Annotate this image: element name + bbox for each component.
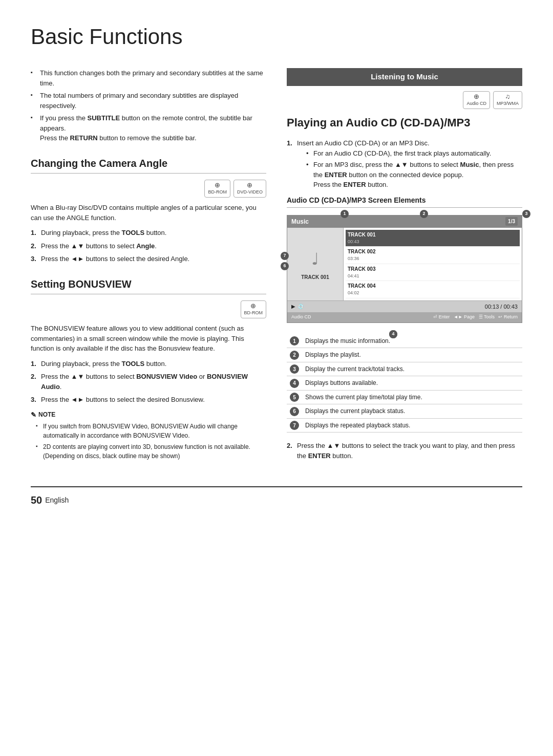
footer-controls: ⏎ Enter ◄► Page ☰ Tools ↩ Return xyxy=(433,314,518,321)
sub-bullet-1: For an Audio CD (CD-DA), the first track… xyxy=(304,148,522,159)
music-note-icon: ♩ xyxy=(311,247,319,271)
bullet-1: This function changes both the primary a… xyxy=(31,68,266,88)
playing-steps: 1. Insert an Audio CD (CD-DA) or an MP3 … xyxy=(287,138,522,190)
playing-title: Playing an Audio CD (CD-DA)/MP3 xyxy=(287,114,522,131)
circle-1: 1 xyxy=(290,336,299,345)
annotation-row-7: 7 Displays the repeated playback status. xyxy=(287,418,522,433)
screen-top-bar: Music 1/3 xyxy=(287,215,522,228)
bonusview-badges: ⊕ BD-ROM xyxy=(31,300,266,319)
note-bullets: If you switch from BONUSVIEW Video, BONU… xyxy=(36,422,266,461)
disc-label: Audio CD xyxy=(291,314,311,321)
bonusview-step-3: 3.Press the ◄► buttons to select the des… xyxy=(31,395,266,405)
play-icon: ▶ xyxy=(291,303,295,310)
circle-5: 5 xyxy=(290,393,299,402)
listening-header: Listening to Music xyxy=(287,68,522,86)
label-6: 6 xyxy=(281,262,289,270)
bullet-2: The total numbers of primary and seconda… xyxy=(31,91,266,111)
screen-diagram: Music 1/3 ♩ TRACK 001 TRACK 001 00:43 xyxy=(287,215,522,323)
bd-rom-icon: ⊕ xyxy=(208,182,227,188)
section-bonusview-title: Setting BONUSVIEW xyxy=(31,276,266,294)
mp3-wma-label: MP3/WMA xyxy=(497,101,519,106)
language-label: English xyxy=(45,495,69,506)
camera-step-1: 1.During playback, press the TOOLS butto… xyxy=(31,228,266,238)
progress-time: 00:13 / 00:43 xyxy=(485,303,518,311)
sub-bullet-2: For an MP3 disc, press the ▲▼ buttons to… xyxy=(304,160,522,190)
label-4: 4 xyxy=(389,330,397,338)
bonusview-intro: The BONUSVIEW feature allows you to view… xyxy=(31,323,266,354)
annotation-text-4: Displays buttons available. xyxy=(302,376,522,391)
playing-step-1: 1. Insert an Audio CD (CD-DA) or an MP3 … xyxy=(287,138,522,190)
screen-left-panel: ♩ TRACK 001 xyxy=(287,228,344,300)
audio-cd-icon: ⊕ xyxy=(466,93,486,100)
step2-list: 2. Press the ▲▼ buttons to select the tr… xyxy=(287,441,522,461)
disc-icon: 💿 xyxy=(297,303,304,310)
annotation-row-4: 4 Displays buttons available. xyxy=(287,376,522,391)
label-2: 2 xyxy=(420,210,428,218)
playing-sub-bullets: For an Audio CD (CD-DA), the first track… xyxy=(304,148,522,190)
annotation-row-2: 2 Displays the playlist. xyxy=(287,348,522,362)
note-box: NOTE If you switch from BONUSVIEW Video,… xyxy=(31,410,266,461)
bd-rom-label-2: BD-ROM xyxy=(244,310,263,315)
dvd-video-label: DVD-VIDEO xyxy=(237,189,263,195)
annotation-row-6: 6 Displays the current playback status. xyxy=(287,404,522,419)
annotation-text-3: Display the current track/total tracks. xyxy=(302,362,522,376)
bd-rom-label: BD-ROM xyxy=(208,189,227,195)
circle-3: 3 xyxy=(290,364,299,374)
label-1: 1 xyxy=(341,210,349,218)
note-bullet-2: 2D contents are playing convert into 3D,… xyxy=(36,442,266,461)
bonusview-step-2: 2.Press the ▲▼ buttons to select BONUSVI… xyxy=(31,372,266,392)
screen-right-panel: TRACK 001 00:43 TRACK 002 03:36 TRACK 00… xyxy=(344,228,522,300)
annotation-text-6: Displays the current playback status. xyxy=(302,404,522,419)
intro-bullets: This function changes both the primary a… xyxy=(31,68,266,143)
screen-body: ♩ TRACK 001 TRACK 001 00:43 TRACK 002 03… xyxy=(287,228,522,300)
mp3-wma-icon: ♫ xyxy=(497,93,519,100)
circle-2: 2 xyxy=(290,351,299,360)
camera-badges: ⊕ BD-ROM ⊕ DVD-VIDEO xyxy=(31,180,266,198)
dvd-video-badge: ⊕ DVD-VIDEO xyxy=(233,180,266,198)
track-row-4: TRACK 004 04:02 xyxy=(346,281,520,298)
page-title: Basic Functions xyxy=(31,20,522,53)
dvd-video-icon: ⊕ xyxy=(237,182,263,188)
screen-controls: ▶ 💿 xyxy=(291,303,304,310)
label-3: 3 xyxy=(522,210,530,218)
bonusview-step-1: 1.During playback, press the TOOLS butto… xyxy=(31,359,266,369)
circle-6: 6 xyxy=(290,407,299,416)
bullet-3: If you press the SUBTITLE button on the … xyxy=(31,113,266,143)
annotation-row-1: 1 Displays the music information. xyxy=(287,334,522,348)
page-number: 50 xyxy=(31,492,42,508)
label-7: 7 xyxy=(281,252,289,260)
annotation-row-3: 3 Display the current track/total tracks… xyxy=(287,362,522,376)
step-2: 2. Press the ▲▼ buttons to select the tr… xyxy=(287,441,522,461)
page-footer: 50 English xyxy=(31,486,522,508)
screen-page-indicator: 1/3 xyxy=(505,217,518,226)
screen-footer: Audio CD ⏎ Enter ◄► Page ☰ Tools ↩ Retur… xyxy=(287,312,522,322)
annotation-row-5: 5 Shows the current play time/total play… xyxy=(287,390,522,404)
left-track-label: TRACK 001 xyxy=(301,273,329,281)
section-camera-title: Changing the Camera Angle xyxy=(31,156,266,174)
audio-cd-badge: ⊕ Audio CD xyxy=(463,91,490,110)
annotation-text-5: Shows the current play time/total play t… xyxy=(302,390,522,404)
mp3-wma-badge: ♫ MP3/WMA xyxy=(493,91,522,110)
annotation-text-2: Displays the playlist. xyxy=(302,348,522,362)
track-row-1: TRACK 001 00:43 xyxy=(346,230,520,247)
camera-intro: When a Blu-ray Disc/DVD contains multipl… xyxy=(31,203,266,223)
annotation-table: 1 Displays the music information. 2 Disp… xyxy=(287,334,522,433)
camera-step-2: 2.Press the ▲▼ buttons to select Angle. xyxy=(31,241,266,251)
note-bullet-1: If you switch from BONUSVIEW Video, BONU… xyxy=(36,422,266,440)
circle-4: 4 xyxy=(290,379,299,388)
bd-rom-badge-2: ⊕ BD-ROM xyxy=(241,300,267,319)
track-row-3: TRACK 003 04:41 xyxy=(346,264,520,282)
screen-section-title: Audio CD (CD-DA)/MP3 Screen Elements xyxy=(287,195,522,208)
right-column: Listening to Music ⊕ Audio CD ♫ MP3/WMA … xyxy=(287,68,522,466)
note-title: NOTE xyxy=(31,410,266,420)
annotation-text-7: Displays the repeated playback status. xyxy=(302,418,522,433)
bd-rom-badge: ⊕ BD-ROM xyxy=(204,180,230,198)
screen-bottom-bar: ▶ 💿 00:13 / 00:43 xyxy=(287,300,522,313)
right-badges: ⊕ Audio CD ♫ MP3/WMA xyxy=(287,91,522,110)
camera-step-3: 3.Press the ◄► buttons to select the des… xyxy=(31,254,266,264)
annotation-text-1: Displays the music information. xyxy=(302,334,522,348)
track-row-2: TRACK 002 03:36 xyxy=(346,247,520,264)
audio-cd-label: Audio CD xyxy=(466,101,486,106)
screen-music-label: Music xyxy=(291,217,309,226)
circle-7: 7 xyxy=(290,421,299,430)
